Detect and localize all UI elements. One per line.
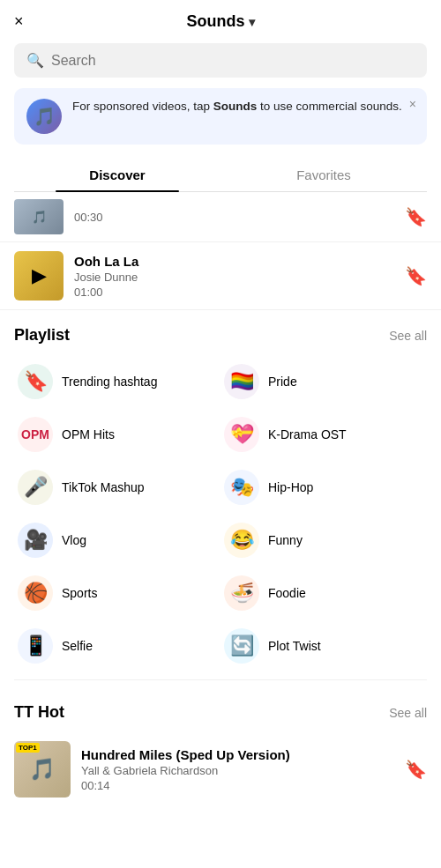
partial-track-bookmark[interactable]: 🔖 [405,206,427,227]
foodie-icon: 🍜 [224,575,259,611]
trending-hashtag-label: Trending hashtag [62,375,157,389]
opm-icon: OPM [18,417,53,452]
partial-track[interactable]: 🎵 00:30 🔖 [0,192,441,242]
playlist-item-vlog[interactable]: 🎥 Vlog [14,514,220,567]
banner-text-after: to use commercial sounds. [257,100,401,113]
ooh-la-la-thumb: ▶ [14,251,64,300]
tt-hot-title: TT Hot [14,703,64,722]
tt-hot-track-artist: Yall & Gabriela Richardson [81,764,394,777]
ooh-la-la-title: Ooh La La [74,254,394,269]
playlist-section-header: Playlist See all [0,310,441,355]
plot-twist-icon: 🔄 [224,628,259,664]
tiktok-mashup-icon: 🎤 [18,470,53,505]
opm-label: OPM Hits [62,427,115,441]
playlist-item-kdrama[interactable]: 💝 K-Drama OST [220,408,427,461]
playlist-title: Playlist [14,326,70,345]
banner-bold: Sounds [213,100,258,113]
sounds-title: Sounds [187,12,245,31]
playlist-item-trending[interactable]: 🔖 Trending hashtag [14,355,220,408]
selfie-icon: 📱 [18,628,53,664]
banner-close-button[interactable]: × [409,97,416,111]
hiphop-label: Hip-Hop [268,480,313,494]
playlist-item-funny[interactable]: 😂 Funny [220,514,427,567]
kdrama-label: K-Drama OST [268,427,347,441]
plot-twist-label: Plot Twist [268,639,321,653]
dropdown-chevron[interactable]: ▾ [249,15,255,29]
sports-icon: 🏀 [18,575,53,611]
tt-hot-section-header: TT Hot See all [0,687,441,732]
playlist-item-sports[interactable]: 🏀 Sports [14,567,220,619]
ooh-la-la-duration: 01:00 [74,286,394,299]
pride-label: Pride [268,375,297,389]
tt-hot-track-info: Hundred Miles (Sped Up Version) Yall & G… [81,747,394,792]
banner-text: For sponsored videos, tap Sounds to use … [72,99,402,115]
playlist-item-pride[interactable]: 🏳️‍🌈 Pride [220,355,427,408]
playlist-item-hiphop[interactable]: 🎭 Hip-Hop [220,461,427,514]
header: × Sounds ▾ [0,0,441,43]
partial-track-duration: 00:30 [74,211,394,224]
tab-favorites[interactable]: Favorites [220,159,427,191]
music-icon: 🎵 [34,106,56,127]
search-icon: 🔍 [26,52,44,69]
sponsored-banner: 🎵 For sponsored videos, tap Sounds to us… [14,88,427,145]
hiphop-icon: 🎭 [224,470,259,505]
close-button[interactable]: × [14,12,24,31]
playlist-item-opm[interactable]: OPM OPM Hits [14,408,220,461]
tt-hot-see-all[interactable]: See all [389,706,427,720]
partial-track-info: 00:30 [74,211,394,224]
search-bar: 🔍 [14,43,427,78]
divider [14,679,427,680]
playlist-see-all[interactable]: See all [389,329,427,343]
tt-hot-thumb: 🎵 TOP1 [14,741,71,798]
trending-hashtag-icon: 🔖 [18,364,53,399]
playlist-item-tiktok[interactable]: 🎤 TikTok Mashup [14,461,220,514]
playlist-item-selfie[interactable]: 📱 Selfie [14,619,220,672]
tiktok-mashup-label: TikTok Mashup [62,480,145,494]
header-title: Sounds ▾ [187,12,255,31]
tab-discover[interactable]: Discover [14,159,220,191]
tt-hot-track-duration: 00:14 [81,779,394,792]
ooh-la-la-info: Ooh La La Josie Dunne 01:00 [74,254,394,299]
vlog-label: Vlog [62,533,86,547]
selfie-label: Selfie [62,639,93,653]
playlist-item-plot-twist[interactable]: 🔄 Plot Twist [220,619,427,672]
funny-icon: 😂 [224,523,259,558]
tt-hot-bookmark[interactable]: 🔖 [405,759,427,780]
tabs: Discover Favorites [14,159,427,192]
kdrama-icon: 💝 [224,417,259,452]
tt-hot-track-title: Hundred Miles (Sped Up Version) [81,747,394,762]
foodie-label: Foodie [268,586,306,600]
partial-track-thumb: 🎵 [14,199,64,234]
ooh-la-la-bookmark[interactable]: 🔖 [405,265,427,286]
play-icon: ▶ [32,264,47,287]
sports-label: Sports [62,586,97,600]
tt-thumb-badge: TOP1 [16,743,40,753]
banner-text-before: For sponsored videos, tap [72,100,213,113]
ooh-la-la-artist: Josie Dunne [74,271,394,284]
playlist-grid: 🔖 Trending hashtag 🏳️‍🌈 Pride OPM OPM Hi… [0,355,441,672]
ooh-la-la-track[interactable]: ▶ Ooh La La Josie Dunne 01:00 🔖 [0,242,441,310]
funny-label: Funny [268,533,303,547]
pride-icon: 🏳️‍🌈 [224,364,259,399]
vlog-icon: 🎥 [18,523,53,558]
search-input[interactable] [51,53,415,69]
playlist-item-foodie[interactable]: 🍜 Foodie [220,567,427,619]
banner-icon: 🎵 [26,99,62,134]
tt-hot-track[interactable]: 🎵 TOP1 Hundred Miles (Sped Up Version) Y… [0,732,441,806]
